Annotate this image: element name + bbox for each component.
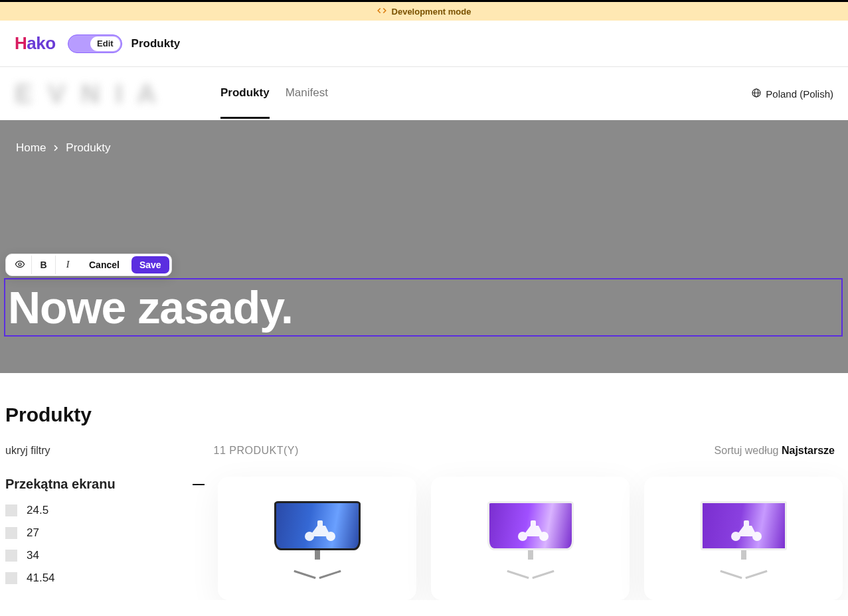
inline-editor-toolbar: B I Cancel Save	[5, 254, 172, 276]
sort-label: Sortuj według	[715, 445, 782, 456]
globe-icon	[751, 88, 762, 100]
filter-option-label: 41.54	[27, 572, 55, 585]
checkbox[interactable]	[5, 504, 17, 516]
edit-toggle-group: Edit Produkty	[68, 35, 181, 53]
sort-control[interactable]: Sortuj według Najstarsze	[715, 445, 835, 457]
minus-icon	[193, 484, 205, 485]
svg-point-3	[19, 263, 21, 266]
checkbox[interactable]	[5, 550, 17, 562]
italic-icon: I	[66, 260, 70, 270]
filter-option[interactable]: 41.54	[5, 572, 205, 585]
list-controls-row: ukryj filtry 11 PRODUKT(Y) Sortuj według…	[5, 445, 843, 457]
filter-group-title: Przekątna ekranu	[5, 477, 116, 492]
motorbike-graphic	[301, 516, 339, 543]
product-card[interactable]	[218, 477, 416, 600]
product-image	[484, 501, 577, 576]
breadcrumb: Home Produkty	[16, 141, 110, 155]
motorbike-graphic	[728, 516, 765, 543]
content-area: Produkty ukryj filtry 11 PRODUKT(Y) Sort…	[0, 373, 848, 600]
development-banner-label: Development mode	[392, 7, 471, 17]
product-image	[271, 501, 364, 576]
breadcrumb-current: Produkty	[66, 141, 110, 155]
product-image	[697, 501, 790, 576]
nav-tab-manifest[interactable]: Manifest	[286, 69, 328, 119]
site-nav: E V N I A Produkty Manifest Poland (Poli…	[0, 67, 848, 120]
filter-option[interactable]: 27	[5, 526, 205, 540]
bold-button[interactable]: B	[32, 256, 56, 274]
chevron-right-icon	[52, 141, 59, 155]
edit-toggle[interactable]: Edit	[68, 35, 122, 53]
filter-option-label: 24.5	[27, 504, 48, 517]
breadcrumb-home[interactable]: Home	[16, 141, 46, 155]
hero-title-editor[interactable]: Nowe zasady.	[4, 278, 843, 337]
italic-button[interactable]: I	[56, 256, 80, 274]
product-count: 11 PRODUKT(Y)	[214, 445, 299, 457]
locale-switcher[interactable]: Poland (Polish)	[751, 88, 833, 100]
eye-icon	[15, 259, 25, 271]
preview-button[interactable]	[8, 256, 32, 274]
product-card[interactable]	[644, 477, 843, 600]
filter-group-header[interactable]: Przekątna ekranu	[5, 477, 205, 492]
app-logo[interactable]: Hako	[15, 33, 56, 54]
hero-title: Nowe zasady.	[8, 285, 293, 330]
development-banner: Development mode	[0, 0, 848, 21]
filter-option-label: 27	[27, 526, 39, 540]
app-bar: Hako Edit Produkty	[0, 21, 848, 67]
motorbike-graphic	[515, 516, 552, 543]
checkbox[interactable]	[5, 527, 17, 539]
locale-label: Poland (Polish)	[766, 88, 833, 100]
cancel-button[interactable]: Cancel	[80, 260, 129, 270]
filter-option[interactable]: 24.5	[5, 504, 205, 517]
svg-rect-9	[531, 520, 536, 527]
product-grid	[218, 477, 843, 600]
filters-sidebar: Przekątna ekranu 24.5 27 34 41.54	[5, 477, 205, 600]
edit-toggle-knob: Edit	[90, 37, 120, 51]
svg-rect-6	[317, 520, 323, 527]
sort-value: Najstarsze	[782, 445, 835, 456]
product-card[interactable]	[431, 477, 630, 600]
hide-filters-toggle[interactable]: ukryj filtry	[5, 445, 50, 457]
main-row: Przekątna ekranu 24.5 27 34 41.54	[5, 477, 843, 600]
nav-tab-produkty[interactable]: Produkty	[220, 69, 270, 119]
current-page-label: Produkty	[131, 37, 181, 50]
section-title: Produkty	[5, 404, 843, 426]
filter-option[interactable]: 34	[5, 549, 205, 562]
filter-option-label: 34	[27, 549, 39, 562]
nav-tabs: Produkty Manifest	[220, 69, 328, 119]
checkbox[interactable]	[5, 572, 17, 584]
site-brand-logo: E V N I A	[15, 79, 201, 109]
code-icon	[377, 6, 386, 17]
save-button[interactable]: Save	[131, 256, 169, 273]
bold-icon: B	[40, 260, 46, 270]
svg-rect-12	[744, 520, 749, 527]
